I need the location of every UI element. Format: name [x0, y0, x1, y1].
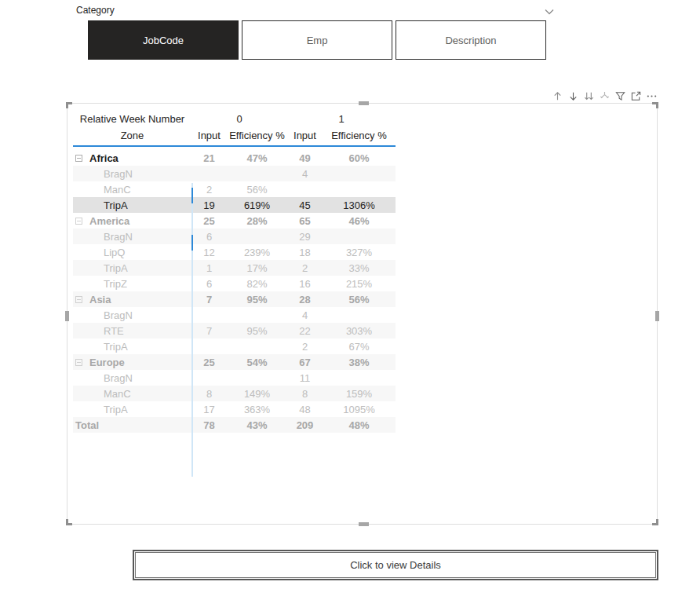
- value-cell: 28%: [227, 215, 287, 227]
- value-cell: 159%: [323, 388, 396, 400]
- drill-down-icon[interactable]: [567, 90, 579, 102]
- value-cell: 19: [191, 199, 227, 211]
- resize-corner-handle[interactable]: [652, 102, 658, 108]
- table-row[interactable]: RTE795%22303%: [73, 323, 396, 338]
- slicer-button-description[interactable]: Description: [396, 20, 546, 60]
- category-slicer: JobCode Emp Description: [88, 20, 546, 60]
- table-row[interactable]: ManC8149%8159%: [73, 386, 396, 401]
- slicer-button-label: Description: [445, 35, 496, 46]
- collapse-minus-icon[interactable]: [75, 155, 82, 162]
- value-cell: 7: [191, 325, 227, 337]
- filter-icon[interactable]: [614, 90, 626, 102]
- table-row[interactable]: Africa2147%4960%: [73, 150, 396, 166]
- value-cell: 67: [287, 357, 323, 368]
- visual-header-toolbar: [549, 88, 658, 104]
- resize-corner-handle[interactable]: [66, 519, 72, 525]
- focus-mode-icon[interactable]: [629, 90, 642, 102]
- column-group-1: 1: [287, 113, 396, 125]
- row-header-cell: TripA: [73, 401, 191, 417]
- row-label: Africa: [89, 152, 118, 164]
- value-cell: 8: [287, 388, 323, 400]
- matrix-value-header: Zone Input Efficiency % Input Efficiency…: [73, 127, 396, 144]
- go-to-next-level-icon[interactable]: [582, 90, 595, 102]
- resize-edge-handle[interactable]: [655, 311, 659, 321]
- table-row[interactable]: BragN4: [73, 166, 396, 181]
- row-label: ManC: [104, 184, 131, 196]
- row-header-cell: ManC: [73, 386, 191, 401]
- value-cell: 619%: [227, 199, 287, 211]
- table-row[interactable]: BragN4: [73, 307, 396, 323]
- table-row[interactable]: TripA117%233%: [73, 260, 396, 276]
- value-cell: 29: [287, 231, 323, 243]
- value-cell: 2: [287, 262, 323, 274]
- table-row[interactable]: ManC256%: [73, 181, 396, 197]
- table-row[interactable]: BragN11: [73, 370, 396, 386]
- resize-corner-handle[interactable]: [66, 102, 72, 108]
- resize-corner-handle[interactable]: [652, 519, 658, 525]
- row-header-cell: LipQ: [73, 244, 191, 260]
- value-cell: 1095%: [323, 404, 396, 415]
- value-cell: 28: [287, 294, 323, 305]
- table-row[interactable]: LipQ12239%18327%: [73, 244, 396, 260]
- value-cell: 149%: [227, 388, 287, 400]
- value-cell: 67%: [323, 341, 396, 353]
- value-cell: 78: [191, 419, 227, 431]
- more-options-icon[interactable]: [645, 90, 658, 102]
- table-row[interactable]: Total7843%20948%: [73, 417, 396, 433]
- row-label: BragN: [104, 372, 133, 384]
- row-header-cell: BragN: [73, 229, 191, 244]
- table-row[interactable]: TripA267%: [73, 338, 396, 354]
- row-header-cell: ManC: [73, 181, 191, 197]
- collapse-minus-icon[interactable]: [75, 359, 82, 366]
- matrix-visual[interactable]: Relative Week Number 0 1 Zone Input Effi…: [67, 103, 658, 525]
- table-row[interactable]: TripZ682%16215%: [73, 276, 396, 291]
- value-cell: 95%: [227, 294, 287, 305]
- expand-all-down-icon[interactable]: [598, 90, 611, 102]
- slicer-button-emp[interactable]: Emp: [242, 20, 392, 60]
- view-details-label: Click to view Details: [350, 559, 441, 571]
- value-cell: 48%: [323, 419, 396, 431]
- row-header-cell: Total: [73, 417, 191, 433]
- value-cell: 82%: [227, 278, 287, 290]
- chevron-down-icon[interactable]: [544, 5, 556, 16]
- row-header-divider: [191, 183, 193, 477]
- value-cell: 43%: [227, 419, 287, 431]
- table-row[interactable]: TripA17363%481095%: [73, 401, 396, 417]
- value-cell: 22: [287, 325, 323, 337]
- row-label: Total: [75, 419, 99, 431]
- row-header-title: Zone: [73, 130, 191, 141]
- table-row[interactable]: Europe2554%6738%: [73, 354, 396, 370]
- view-details-button[interactable]: Click to view Details: [133, 550, 658, 580]
- value-cell: 17%: [227, 262, 287, 274]
- collapse-minus-icon[interactable]: [75, 218, 82, 225]
- column-header: Input: [287, 130, 323, 141]
- row-label: TripZ: [104, 278, 127, 290]
- value-cell: 47%: [227, 152, 287, 164]
- slicer-button-jobcode[interactable]: JobCode: [88, 20, 239, 60]
- row-label: TripA: [104, 199, 128, 211]
- value-cell: 56%: [227, 184, 287, 196]
- table-row[interactable]: America2528%6546%: [73, 213, 396, 229]
- value-cell: 25: [191, 215, 227, 227]
- row-header-cell: TripA: [73, 197, 191, 213]
- row-header-cell: Africa: [73, 150, 191, 166]
- value-cell: 303%: [323, 325, 396, 337]
- table-row[interactable]: TripA19619%451306%: [73, 197, 396, 213]
- value-cell: 38%: [323, 357, 396, 368]
- value-cell: 327%: [323, 247, 396, 258]
- matrix-table: Relative Week Number 0 1 Zone Input Effi…: [73, 111, 396, 433]
- resize-edge-handle[interactable]: [359, 522, 369, 526]
- value-cell: 8: [191, 388, 227, 400]
- value-cell: 1306%: [323, 199, 396, 211]
- value-cell: 60%: [323, 152, 396, 164]
- table-row[interactable]: Asia795%2856%: [73, 291, 396, 307]
- table-row[interactable]: BragN629: [73, 229, 396, 244]
- matrix-rows: Africa2147%4960%BragN4ManC256%TripA19619…: [73, 150, 396, 433]
- drill-up-icon[interactable]: [551, 90, 563, 102]
- resize-edge-handle[interactable]: [65, 311, 69, 321]
- collapse-minus-icon[interactable]: [75, 296, 82, 303]
- row-label: TripA: [104, 341, 128, 353]
- row-label: Asia: [89, 294, 111, 305]
- resize-edge-handle[interactable]: [359, 101, 369, 105]
- slicer-button-label: Emp: [307, 35, 328, 46]
